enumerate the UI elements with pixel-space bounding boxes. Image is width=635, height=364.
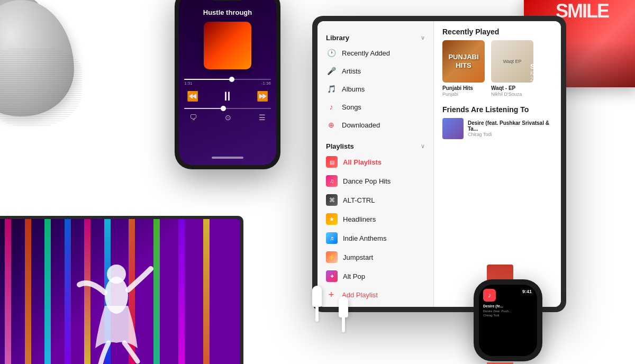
songs-label: Songs xyxy=(342,103,361,111)
watch-music-icon: ♪ xyxy=(483,289,496,302)
playlists-title: Playlists xyxy=(326,142,354,150)
waqt-album-name: Waqt - EP xyxy=(491,85,533,92)
time-remaining: -1:36 xyxy=(261,81,271,86)
clock-icon: 🕐 xyxy=(326,48,337,58)
iphone-time: 1:31 -1:36 xyxy=(184,81,271,86)
waqt-artist: Nikhil D'Souza xyxy=(491,92,533,97)
dance-pop-icon: ♫ xyxy=(326,175,338,187)
volume-thumb[interactable] xyxy=(221,106,226,111)
light-streak-2 xyxy=(25,219,31,364)
albums-label: Albums xyxy=(342,85,365,93)
tablet-frame xyxy=(0,216,243,364)
airpod-right xyxy=(339,296,348,332)
watch-band-top xyxy=(487,265,513,280)
airplay-icon[interactable]: ⊙ xyxy=(225,113,231,122)
album-artist: Katy Perry xyxy=(530,70,634,76)
light-streak-3 xyxy=(44,219,51,364)
mic-icon: 🎤 xyxy=(326,66,337,76)
rewind-button[interactable]: ⏪ xyxy=(187,90,198,102)
sidebar-item-all-playlists[interactable]: ▤ All Playlists xyxy=(318,152,433,171)
tablet-video xyxy=(0,219,240,364)
watch-screen: 9:41 ♪ Desire (fe... Desire (feat. Push.… xyxy=(479,285,537,356)
waqt-thumb: Waqt EP xyxy=(491,40,533,83)
library-chevron: ∨ xyxy=(421,34,425,41)
play-pause-button[interactable]: ⏸ xyxy=(221,89,234,104)
sidebar-item-artists[interactable]: 🎤 Artists xyxy=(318,62,433,80)
sidebar-item-alt-ctrl[interactable]: ⌘ ALT-CTRL xyxy=(318,190,433,210)
volume-fill xyxy=(184,108,223,109)
home-indicator[interactable] xyxy=(212,157,243,159)
headliners-icon: ★ xyxy=(326,213,338,225)
light-streak-4 xyxy=(65,219,71,364)
album-icon: 🎵 xyxy=(326,84,337,94)
iphone-controls: ⏪ ⏸ ⏩ xyxy=(184,89,271,104)
playlists-section-header[interactable]: Playlists ∨ xyxy=(318,138,433,152)
friend-song-1: Desire (feat. Pushkar Srivatsal & Ta... xyxy=(468,120,552,132)
queue-icon[interactable]: ☰ xyxy=(259,113,266,122)
homepod xyxy=(0,0,106,138)
progress-fill xyxy=(184,79,232,80)
forward-button[interactable]: ⏩ xyxy=(257,90,268,102)
headliners-label: Headliners xyxy=(343,215,376,223)
sidebar-item-dance-pop[interactable]: ♫ Dance Pop Hits xyxy=(318,171,433,190)
lyrics-icon[interactable]: 🗨 xyxy=(189,113,197,122)
dance-pop-label: Dance Pop Hits xyxy=(343,177,391,185)
album-title: Smile xyxy=(530,62,634,70)
sidebar-item-albums[interactable]: 🎵 Albums xyxy=(318,80,433,98)
apple-watch: 9:41 ♪ Desire (fe... Desire (feat. Push.… xyxy=(466,269,556,364)
iphone-album-art xyxy=(204,22,251,69)
watch-artist-line2: Chirag Todi xyxy=(483,314,499,317)
light-streak-9 xyxy=(178,219,185,364)
alt-ctrl-label: ALT-CTRL xyxy=(343,196,375,204)
friend-item-desire[interactable]: Desire (feat. Pushkar Srivatsal & Ta... … xyxy=(442,118,552,139)
sidebar-item-downloaded[interactable]: ⊕ Downloaded xyxy=(318,116,433,134)
friends-header: Friends Are Listening To xyxy=(442,105,552,114)
music-note-icon: ♪ xyxy=(326,102,337,112)
progress-track[interactable] xyxy=(184,79,271,80)
album-card-waqt[interactable]: Waqt EP Waqt - EP Nikhil D'Souza xyxy=(491,40,533,97)
airpod-left xyxy=(312,286,322,322)
iphone-bottom-icons: 🗨 ⊙ ☰ xyxy=(184,113,271,122)
light-streak-1 xyxy=(5,219,11,364)
tablet-screen xyxy=(0,219,240,364)
watch-song: Desire (fe... xyxy=(483,304,503,308)
watch-time: 9:41 xyxy=(522,289,532,294)
album-date: 28 August xyxy=(530,76,634,82)
progress-thumb[interactable] xyxy=(229,77,234,82)
punjabi-hits-thumb: PUNJABIHITS xyxy=(442,40,485,83)
indie-anthems-label: Indie Anthems xyxy=(343,234,386,242)
watch-artist-line1: Desire (feat. Push... xyxy=(483,310,511,313)
airpod-right-body xyxy=(339,296,348,317)
watch-body: 9:41 ♪ Desire (fe... Desire (feat. Push.… xyxy=(474,279,542,361)
homepod-mesh xyxy=(0,48,82,127)
iphone-song-title: Hustle through xyxy=(203,8,252,16)
album-card-punjabi[interactable]: PUNJABIHITS Punjabi Hits Punjabi xyxy=(442,40,485,97)
friend-thumb-1 xyxy=(442,118,464,139)
friend-info-1: Desire (feat. Pushkar Srivatsal & Ta... … xyxy=(468,120,552,137)
sidebar-item-songs[interactable]: ♪ Songs xyxy=(318,98,433,116)
library-section-header[interactable]: Library ∨ xyxy=(318,30,433,44)
light-streak-10 xyxy=(203,219,210,364)
all-playlists-icon: ▤ xyxy=(326,156,338,168)
airpod-right-stem xyxy=(342,316,345,332)
volume-bar[interactable] xyxy=(184,108,271,109)
iphone-screen: Hustle through 1:31 -1:36 ⏪ ⏸ ⏩ xyxy=(179,0,276,165)
indie-anthems-icon: ♬ xyxy=(326,232,338,244)
top-album-info: Smile Katy Perry 28 August xyxy=(530,62,634,82)
playlists-chevron: ∨ xyxy=(421,143,425,150)
download-icon: ⊕ xyxy=(326,120,337,130)
friend-artist-1: Chirag Todi xyxy=(468,132,552,137)
sidebar-item-indie-anthems[interactable]: ♬ Indie Anthems xyxy=(318,229,433,248)
artists-label: Artists xyxy=(342,67,361,75)
airpod-left-body xyxy=(312,286,322,307)
alt-ctrl-icon: ⌘ xyxy=(326,194,338,206)
time-elapsed: 1:31 xyxy=(184,81,193,86)
sidebar-item-recently-added[interactable]: 🕐 Recently Added xyxy=(318,44,433,62)
homepod-body xyxy=(0,0,74,116)
scene: Hustle through 1:31 -1:36 ⏪ ⏸ ⏩ xyxy=(0,0,635,364)
iphone-progress-container xyxy=(184,79,271,80)
tablet-bottom xyxy=(0,195,275,364)
punjabi-album-name: Punjabi Hits xyxy=(442,85,485,92)
sidebar-item-headliners[interactable]: ★ Headliners xyxy=(318,210,433,229)
dancer-svg xyxy=(74,242,159,364)
